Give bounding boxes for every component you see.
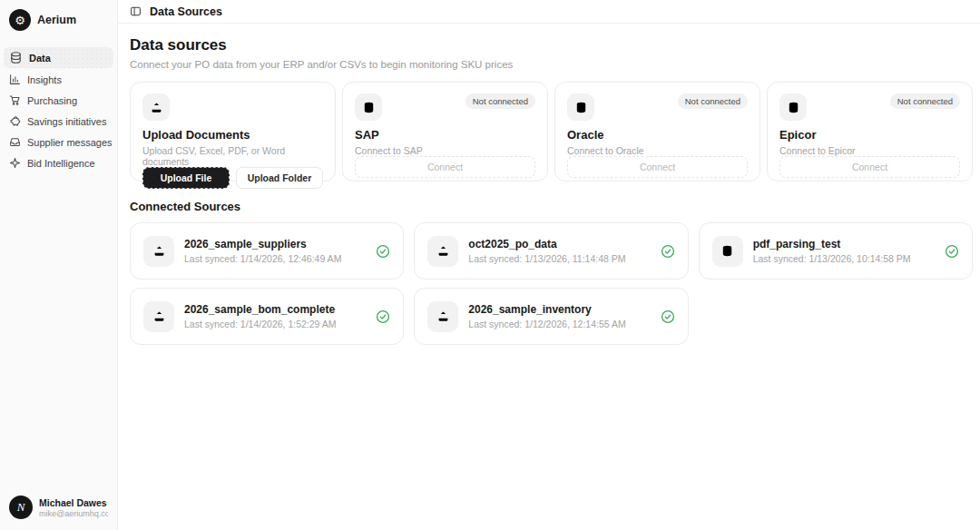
main-area: Data Sources Data sources Connect your P…	[118, 0, 980, 530]
user-name: Michael Dawes	[39, 497, 108, 508]
status-badge: Not connected	[890, 93, 960, 109]
connected-source-card[interactable]: oct2025_po_data Last synced: 1/13/2026, …	[414, 222, 688, 280]
card-description: Connect to Oracle	[567, 145, 748, 156]
status-badge: Not connected	[466, 93, 535, 109]
cart-icon	[9, 94, 21, 106]
source-last-synced: Last synced: 1/13/2026, 10:14:58 PM	[753, 253, 911, 264]
sidebar-toggle-icon[interactable]	[130, 5, 142, 17]
gear-icon: ⚙	[9, 9, 31, 31]
sidebar: ⚙ Aerium Data Insights Purchasing Saving…	[0, 0, 118, 530]
sidebar-item-label: Bid Intelligence	[27, 158, 95, 169]
app-name: Aerium	[37, 14, 76, 26]
sidebar-item-label: Purchasing	[27, 95, 77, 106]
source-name: 2026_sample_bom_complete	[184, 303, 337, 316]
bar-chart-icon	[9, 74, 21, 85]
card-description: Connect to Epicor	[779, 145, 960, 156]
check-circle-icon	[661, 244, 675, 259]
inbox-icon	[9, 136, 21, 148]
sidebar-item[interactable]: Savings initiatives	[4, 112, 113, 131]
avatar: N	[9, 496, 33, 519]
check-circle-icon	[376, 309, 390, 324]
upload-documents-card: Upload Documents Upload CSV, Excel, PDF,…	[130, 82, 336, 182]
upload-icon	[142, 93, 170, 121]
erp-integration-card: Not connected Epicor Connect to Epicor C…	[767, 82, 973, 182]
sidebar-item[interactable]: Insights	[4, 70, 113, 89]
status-badge: Not connected	[678, 93, 748, 109]
source-name: oct2025_po_data	[468, 238, 625, 250]
card-title: SAP	[355, 128, 535, 142]
sidebar-item[interactable]: Purchasing	[4, 91, 113, 110]
check-circle-icon	[376, 244, 390, 259]
database-icon	[567, 93, 594, 121]
connected-sources-title: Connected Sources	[130, 200, 973, 213]
connect-button[interactable]: Connect	[355, 156, 535, 178]
card-description: Connect to SAP	[355, 145, 535, 156]
page-content: Data sources Connect your PO data from y…	[118, 24, 980, 345]
sidebar-spacer	[0, 172, 117, 486]
sidebar-item[interactable]: Data	[4, 47, 113, 68]
app-logo: ⚙ Aerium	[0, 9, 117, 31]
topbar-title: Data Sources	[150, 5, 222, 18]
upload-icon	[427, 236, 458, 267]
database-icon	[9, 51, 23, 64]
sidebar-item-label: Supplier messages	[27, 137, 113, 148]
upload-icon	[143, 301, 174, 332]
connected-source-card[interactable]: 2026_sample_suppliers Last synced: 1/14/…	[130, 222, 404, 280]
sidebar-item[interactable]: Supplier messages	[4, 132, 113, 152]
database-icon	[779, 93, 807, 121]
sparkle-icon	[9, 157, 21, 169]
connected-source-card[interactable]: pdf_parsing_test Last synced: 1/13/2026,…	[699, 222, 973, 280]
sidebar-item-label: Data	[29, 53, 51, 64]
upload-folder-button[interactable]: Upload Folder	[236, 167, 323, 189]
sidebar-item-label: Insights	[27, 74, 62, 85]
topbar: Data Sources	[118, 0, 980, 24]
card-description: Upload CSV, Excel, PDF, or Word document…	[142, 145, 323, 167]
card-title: Oracle	[567, 128, 748, 142]
page-title: Data sources	[130, 36, 973, 54]
card-title: Upload Documents	[142, 128, 323, 142]
user-email: mike@aeriumhq.com	[39, 509, 108, 518]
sidebar-nav: Data Insights Purchasing Savings initiat…	[0, 47, 117, 172]
user-profile[interactable]: N Michael Dawes mike@aeriumhq.com	[0, 486, 117, 530]
erp-integration-card: Not connected SAP Connect to SAP Connect	[342, 82, 548, 182]
source-last-synced: Last synced: 1/14/2026, 12:46:49 AM	[184, 253, 341, 264]
erp-integration-card: Not connected Oracle Connect to Oracle C…	[554, 82, 760, 182]
page-subtitle: Connect your PO data from your ERP and/o…	[130, 59, 973, 70]
source-name: pdf_parsing_test	[753, 238, 911, 250]
piggy-bank-icon	[9, 115, 21, 127]
upload-icon	[143, 236, 174, 267]
connect-button[interactable]: Connect	[779, 156, 960, 178]
connected-source-card[interactable]: 2026_sample_bom_complete Last synced: 1/…	[130, 288, 404, 345]
database-icon	[712, 236, 743, 267]
connected-sources-grid: 2026_sample_suppliers Last synced: 1/14/…	[130, 222, 973, 345]
check-circle-icon	[661, 309, 675, 324]
upload-file-button[interactable]: Upload File	[142, 167, 230, 189]
connected-source-card[interactable]: 2026_sample_inventory Last synced: 1/12/…	[414, 288, 688, 345]
check-circle-icon	[945, 244, 959, 259]
database-icon	[355, 93, 382, 121]
sidebar-item[interactable]: Bid Intelligence	[4, 153, 113, 172]
source-last-synced: Last synced: 1/13/2026, 11:14:48 PM	[468, 253, 625, 264]
sidebar-item-label: Savings initiatives	[27, 116, 106, 127]
source-name: 2026_sample_suppliers	[184, 238, 341, 250]
card-title: Epicor	[779, 128, 960, 142]
upload-icon	[427, 301, 458, 332]
connect-button[interactable]: Connect	[567, 156, 748, 178]
source-last-synced: Last synced: 1/12/2026, 12:14:55 AM	[468, 319, 625, 329]
source-last-synced: Last synced: 1/14/2026, 1:52:29 AM	[184, 319, 337, 329]
source-name: 2026_sample_inventory	[468, 303, 625, 316]
integration-cards: Upload Documents Upload CSV, Excel, PDF,…	[130, 82, 973, 182]
